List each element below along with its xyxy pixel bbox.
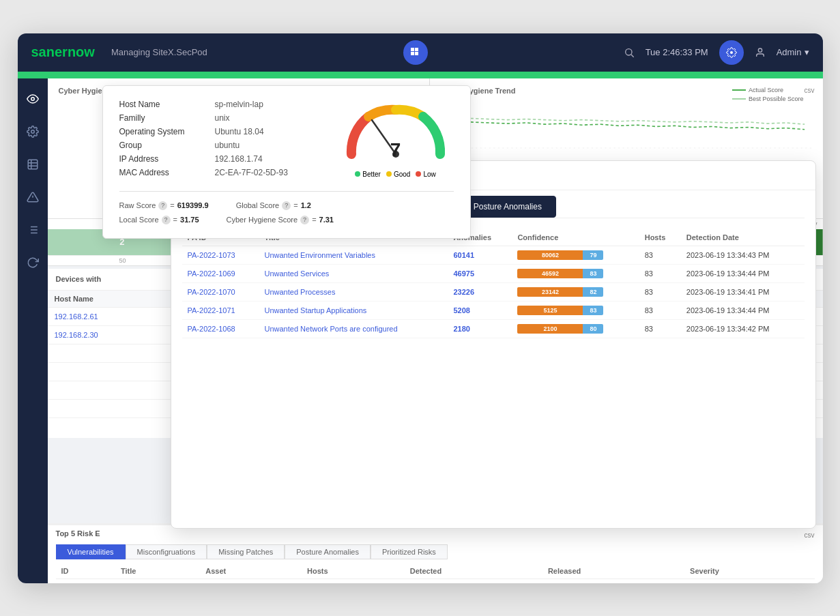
info-divider bbox=[119, 191, 454, 192]
content-area: Cyber Hygiene Score Contributors csv Cyb… bbox=[48, 78, 823, 583]
anomalies-cell: 60141 bbox=[448, 246, 512, 264]
legend-best-label: Best Possible Score bbox=[749, 96, 804, 102]
list-item: PA-2022-1069 Unwanted Services 46975 465… bbox=[182, 264, 805, 282]
svg-point-7 bbox=[31, 97, 34, 100]
risk-table: PA ID Title Anomalies Confidence Hosts D… bbox=[182, 229, 805, 338]
gear-icon bbox=[726, 47, 737, 58]
detection-cell: 2023-06-19 13:34:44 PM bbox=[681, 301, 805, 319]
label-better: Better bbox=[355, 171, 381, 178]
svg-rect-0 bbox=[411, 48, 414, 51]
btab-missing-patches[interactable]: Missing Patches bbox=[207, 544, 285, 559]
btab-prioritized-risks[interactable]: Prioritized Risks bbox=[371, 544, 448, 559]
sidebar-item-eye[interactable] bbox=[23, 89, 42, 108]
title-cell: Unwanted Startup Applications bbox=[259, 301, 448, 319]
nav-time: Tue 2:46:33 PM bbox=[646, 47, 708, 57]
svg-point-8 bbox=[31, 130, 34, 133]
bottom-tabs: Vulnerabilities Misconfigruations Missin… bbox=[56, 544, 815, 559]
detection-cell: 2023-06-19 13:34:44 PM bbox=[681, 264, 805, 282]
sync-icon bbox=[27, 256, 39, 269]
os-row: Operating System Ubuntu 18.04 bbox=[119, 127, 327, 136]
hostname-value: sp-melvin-lap bbox=[215, 100, 263, 109]
gauge-labels: Better Good Low bbox=[355, 171, 436, 178]
local-score-value: 31.75 bbox=[180, 216, 199, 224]
risk-table-wrap: PA ID Title Anomalies Confidence Hosts D… bbox=[171, 224, 815, 528]
os-value: Ubuntu 18.04 bbox=[215, 127, 264, 136]
confidence-cell: 5125 83 bbox=[512, 301, 639, 319]
browser-frame: sanernow Managing SiteX.SecPod Tue 2:46:… bbox=[18, 33, 823, 583]
family-label: Familly bbox=[119, 113, 215, 123]
col-released: Released bbox=[542, 563, 684, 579]
pa-id-cell: PA-2022-1070 bbox=[182, 282, 259, 301]
hosts-cell: 83 bbox=[639, 282, 681, 301]
local-score-label: Local Score bbox=[119, 216, 159, 224]
alert-icon bbox=[27, 191, 39, 203]
search-icon[interactable] bbox=[624, 47, 635, 58]
anomalies-cell: 5208 bbox=[448, 301, 512, 319]
best-line bbox=[732, 98, 746, 100]
actual-line bbox=[732, 89, 746, 91]
mac-row: MAC Address 2C-EA-7F-02-5D-93 bbox=[119, 168, 327, 177]
col-detected: Detected bbox=[405, 563, 542, 579]
host-info-overlay: Host Name sp-melvin-lap Familly unix Ope… bbox=[102, 85, 471, 239]
sidebar-item-list[interactable] bbox=[23, 220, 42, 239]
hosts-cell: 83 bbox=[639, 246, 681, 264]
svg-line-5 bbox=[631, 55, 634, 57]
admin-button[interactable]: Admin ▾ bbox=[777, 47, 809, 57]
low-dot bbox=[416, 171, 421, 177]
bottom-csv[interactable]: csv bbox=[805, 531, 815, 539]
title-cell: Unwanted Processes bbox=[259, 282, 448, 301]
local-score: Local Score ? = 31.75 bbox=[119, 216, 199, 224]
logo-now: now bbox=[68, 44, 95, 59]
sidebar-item-alert[interactable] bbox=[23, 188, 42, 207]
pa-id-cell: PA-2022-1068 bbox=[182, 319, 259, 338]
svg-rect-9 bbox=[28, 160, 38, 169]
bottom-title: Top 5 Risk E bbox=[56, 529, 100, 538]
btab-vulnerabilities[interactable]: Vulnerabilities bbox=[56, 544, 126, 559]
sidebar-item-sync[interactable] bbox=[23, 253, 42, 272]
trend-legend: Actual Score Best Possible Score bbox=[732, 87, 804, 102]
title-cell: Unwanted Environment Variables bbox=[259, 246, 448, 264]
trend-csv-button[interactable]: csv bbox=[805, 87, 815, 94]
sidebar bbox=[18, 78, 48, 583]
col-asset: Asset bbox=[200, 563, 302, 579]
ip-row: IP Address 192.168.1.74 bbox=[119, 154, 327, 164]
gauge-area: 7 Better Good bbox=[338, 100, 454, 181]
detection-cell: 2023-06-19 13:34:41 PM bbox=[681, 282, 805, 301]
global-score-value: 1.2 bbox=[301, 201, 311, 209]
confidence-cell: 2100 80 bbox=[512, 319, 639, 338]
cyber-hygiene-help[interactable]: ? bbox=[300, 216, 309, 224]
col-hosts: Hosts bbox=[302, 563, 405, 579]
col-confidence: Confidence bbox=[512, 229, 639, 246]
global-score-label: Global Score bbox=[236, 201, 280, 209]
title-cell: Unwanted Services bbox=[259, 264, 448, 282]
green-banner bbox=[18, 72, 823, 78]
logo: sanernow bbox=[31, 44, 95, 60]
good-dot bbox=[386, 171, 392, 177]
sidebar-item-settings[interactable] bbox=[23, 122, 42, 141]
hosts-cell: 83 bbox=[639, 301, 681, 319]
raw-score-label: Raw Score bbox=[119, 201, 156, 209]
hosts-cell: 83 bbox=[639, 264, 681, 282]
btab-posture-anomalies[interactable]: Posture Anomalies bbox=[285, 544, 371, 559]
raw-score-help[interactable]: ? bbox=[158, 201, 167, 210]
eye-icon bbox=[27, 93, 39, 105]
bottom-table-header: ID Title Asset Hosts Detected Released S… bbox=[56, 563, 815, 579]
detection-cell: 2023-06-19 13:34:43 PM bbox=[681, 246, 805, 264]
bottom-table: ID Title Asset Hosts Detected Released S… bbox=[56, 563, 815, 579]
grid-icon bbox=[410, 47, 421, 58]
global-score-help[interactable]: ? bbox=[282, 201, 291, 210]
btab-misconfigurations[interactable]: Misconfigruations bbox=[126, 544, 207, 559]
local-score-help[interactable]: ? bbox=[162, 216, 171, 224]
legend-actual-label: Actual Score bbox=[749, 87, 783, 93]
pa-id-cell: PA-2022-1069 bbox=[182, 264, 259, 282]
settings-button[interactable] bbox=[719, 40, 744, 65]
low-label: Low bbox=[423, 171, 435, 178]
list-item: PA-2022-1070 Unwanted Processes 23226 23… bbox=[182, 282, 805, 301]
col-severity: Severity bbox=[684, 563, 814, 579]
tab-posture-anomalies[interactable]: Posture Anomalies bbox=[459, 196, 556, 218]
sidebar-item-chart[interactable] bbox=[23, 155, 42, 174]
chevron-down-icon: ▾ bbox=[805, 47, 809, 57]
host-info-left: Host Name sp-melvin-lap Familly unix Ope… bbox=[119, 100, 327, 181]
grid-menu-button[interactable] bbox=[403, 40, 428, 65]
svg-rect-3 bbox=[415, 52, 418, 55]
